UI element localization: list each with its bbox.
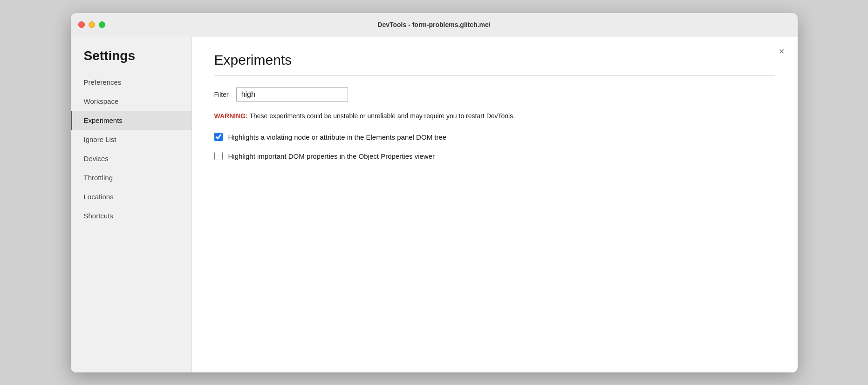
experiment-item-0: Highlights a violating node or attribute… [214,132,775,142]
sidebar-item-locations[interactable]: Locations [71,187,191,206]
sidebar-heading: Settings [71,48,191,73]
sidebar-item-throttling[interactable]: Throttling [71,168,191,187]
maximize-traffic-light[interactable] [99,21,105,28]
experiment-item-1: Highlight important DOM properties in th… [214,151,775,161]
sidebar-item-preferences[interactable]: Preferences [71,73,191,92]
warning-message: These experiments could be unstable or u… [249,112,515,120]
sidebar-item-ignore-list[interactable]: Ignore List [71,130,191,149]
minimize-traffic-light[interactable] [89,21,95,28]
sidebar-item-experiments[interactable]: Experiments [71,111,191,130]
devtools-window: DevTools - form-problems.glitch.me/ Sett… [71,13,798,372]
filter-input[interactable] [236,87,348,102]
warning-label: WARNING: [214,112,248,120]
divider [214,75,775,76]
experiments-list: Highlights a violating node or attribute… [214,132,775,161]
sidebar-item-devices[interactable]: Devices [71,149,191,168]
filter-label: Filter [214,91,229,98]
close-button[interactable]: × [779,47,785,56]
filter-row: Filter [214,87,775,102]
warning-text: WARNING: These experiments could be unst… [214,111,775,121]
experiment-checkbox-0[interactable] [214,133,223,141]
titlebar-title: DevTools - form-problems.glitch.me/ [377,21,490,28]
traffic-lights [78,21,105,28]
window-body: Settings PreferencesWorkspaceExperiments… [71,37,798,372]
experiment-label-1: Highlight important DOM properties in th… [228,151,435,161]
main-content: × Experiments Filter WARNING: These expe… [192,37,798,372]
close-traffic-light[interactable] [78,21,85,28]
experiment-label-0: Highlights a violating node or attribute… [228,132,447,142]
sidebar-item-shortcuts[interactable]: Shortcuts [71,206,191,225]
page-title: Experiments [214,52,775,68]
sidebar-item-workspace[interactable]: Workspace [71,92,191,111]
experiment-checkbox-1[interactable] [214,152,223,160]
titlebar: DevTools - form-problems.glitch.me/ [71,13,798,37]
sidebar: Settings PreferencesWorkspaceExperiments… [71,37,192,372]
